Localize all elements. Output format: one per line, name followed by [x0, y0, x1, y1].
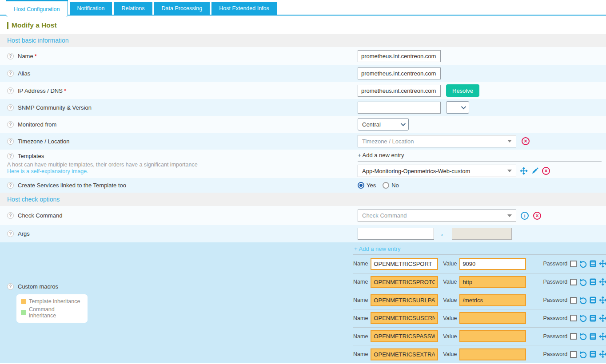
password-checkbox[interactable] — [570, 279, 577, 285]
snmp-version-select[interactable] — [446, 101, 469, 114]
help-icon[interactable]: ? — [7, 138, 14, 145]
no-label: No — [391, 182, 399, 189]
help-icon[interactable]: ? — [7, 87, 14, 94]
macro-password-label: Password — [543, 279, 567, 285]
timezone-label: Timezone / Location — [18, 138, 70, 145]
templates-add-entry[interactable]: + Add a new entry — [358, 152, 602, 162]
macro-name-input[interactable] — [371, 348, 438, 360]
clear-timezone-icon[interactable]: × — [522, 137, 530, 145]
macro-row: Name Value Password × — [353, 255, 606, 273]
macro-value-input[interactable] — [459, 330, 526, 342]
macro-name-input[interactable] — [371, 312, 438, 324]
timezone-select[interactable]: Timezone / Location — [358, 135, 516, 147]
row-timezone: ? Timezone / Location Timezone / Locatio… — [0, 133, 606, 150]
help-icon[interactable]: ? — [7, 230, 14, 237]
undo-icon[interactable] — [579, 297, 587, 304]
row-snmp: ? SNMP Community & Version — [0, 99, 606, 116]
macro-row: Name Value Password × — [353, 309, 606, 327]
macro-value-input[interactable] — [459, 348, 526, 360]
chevron-down-icon — [401, 121, 406, 126]
macro-value-label: Value — [443, 279, 457, 285]
command-inheritance-swatch — [21, 310, 26, 315]
help-icon[interactable]: ? — [7, 53, 14, 59]
move-icon[interactable] — [599, 314, 606, 322]
help-icon[interactable]: ? — [7, 283, 14, 290]
move-icon[interactable] — [599, 350, 606, 358]
create-services-yes-radio[interactable] — [358, 182, 364, 189]
password-checkbox[interactable] — [570, 333, 577, 340]
password-checkbox[interactable] — [570, 315, 577, 321]
snmp-community-input[interactable] — [358, 102, 441, 114]
templates-help-link[interactable]: Here is a self-explanatory image. — [7, 168, 88, 174]
templates-label: Templates — [18, 153, 44, 159]
description-list-icon[interactable] — [590, 297, 596, 304]
move-icon[interactable] — [599, 278, 606, 286]
move-icon[interactable] — [520, 167, 528, 175]
check-command-select[interactable]: Check Command — [358, 210, 516, 222]
ip-address-input[interactable] — [358, 85, 441, 97]
create-services-no-radio[interactable] — [383, 182, 389, 189]
edit-pencil-icon[interactable] — [531, 167, 538, 174]
move-icon[interactable] — [599, 296, 606, 304]
macro-name-label: Name — [353, 333, 368, 340]
macro-value-label: Value — [443, 261, 457, 267]
remove-template-icon[interactable]: × — [542, 167, 550, 175]
template-inheritance-swatch — [21, 299, 26, 304]
move-icon[interactable] — [599, 260, 606, 268]
macro-name-input[interactable] — [371, 294, 438, 306]
tab-bar: Host Configuration Notification Relation… — [0, 0, 606, 16]
macro-name-input[interactable] — [371, 258, 438, 270]
help-icon[interactable]: ? — [7, 153, 14, 159]
macro-value-input[interactable] — [459, 258, 526, 270]
tab-relations[interactable]: Relations — [114, 2, 152, 15]
undo-icon[interactable] — [579, 260, 587, 268]
description-list-icon[interactable] — [590, 333, 596, 340]
clear-check-command-icon[interactable]: × — [533, 212, 541, 220]
move-icon[interactable] — [599, 332, 606, 340]
row-create-services: ? Create Services linked to the Template… — [0, 178, 606, 193]
name-label: Name* — [18, 53, 37, 59]
macro-name-input[interactable] — [371, 276, 438, 288]
tab-notification[interactable]: Notification — [70, 2, 112, 15]
undo-icon[interactable] — [579, 332, 587, 340]
help-icon[interactable]: ? — [7, 212, 14, 219]
macro-row: Name Value Password × — [353, 273, 606, 291]
macros-add-entry[interactable]: + Add a new entry — [354, 245, 400, 252]
description-list-icon[interactable] — [590, 260, 596, 267]
help-icon[interactable]: ? — [7, 70, 14, 77]
macro-row: Name Value Password × — [353, 327, 606, 345]
password-checkbox[interactable] — [570, 297, 577, 304]
undo-icon[interactable] — [579, 278, 587, 286]
dropdown-caret-icon — [507, 170, 512, 172]
macro-value-input[interactable] — [459, 276, 526, 288]
macro-name-input[interactable] — [371, 330, 438, 342]
legend-command-inheritance: Command inheritance — [21, 306, 83, 319]
row-monitored-from: ? Monitored from Central — [0, 116, 606, 133]
description-list-icon[interactable] — [590, 278, 596, 285]
macro-password-label: Password — [543, 333, 567, 340]
args-input[interactable] — [358, 228, 434, 240]
description-list-icon[interactable] — [590, 351, 596, 358]
help-icon[interactable]: ? — [7, 182, 14, 189]
help-icon[interactable]: ? — [7, 104, 14, 111]
info-icon[interactable]: i — [521, 212, 529, 220]
tab-host-configuration[interactable]: Host Configuration — [6, 0, 68, 17]
tab-host-extended-infos[interactable]: Host Extended Infos — [211, 2, 277, 15]
tab-data-processing[interactable]: Data Processing — [154, 2, 210, 15]
password-checkbox[interactable] — [570, 261, 577, 267]
resolve-button[interactable]: Resolve — [446, 84, 479, 97]
undo-icon[interactable] — [579, 351, 587, 358]
macro-value-label: Value — [443, 315, 457, 321]
macro-value-input[interactable] — [459, 312, 526, 324]
help-icon[interactable]: ? — [7, 121, 14, 128]
description-list-icon[interactable] — [590, 315, 596, 322]
template-select[interactable]: App-Monitoring-Openmetrics-Web-custom — [358, 165, 516, 177]
password-checkbox[interactable] — [570, 351, 577, 358]
undo-icon[interactable] — [579, 314, 587, 322]
name-input[interactable] — [358, 50, 441, 62]
monitored-from-select[interactable]: Central — [358, 118, 409, 131]
alias-input[interactable] — [358, 67, 441, 79]
macro-value-input[interactable] — [459, 294, 526, 306]
section-host-basic-information: Host basic information — [0, 34, 606, 47]
row-check-command: ? Check Command Check Command i × — [0, 206, 606, 225]
